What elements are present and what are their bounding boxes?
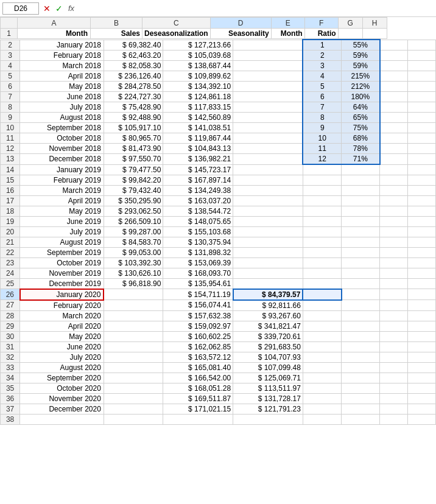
cell-F14[interactable]: [342, 164, 380, 175]
cell-C5[interactable]: $ 109,899.62: [163, 71, 233, 82]
cell-A20[interactable]: July 2019: [20, 226, 104, 237]
cell-F31[interactable]: [342, 341, 380, 352]
cell-D24[interactable]: [233, 268, 303, 278]
cell-A23[interactable]: October 2019: [20, 257, 104, 268]
cell-D18[interactable]: [233, 206, 303, 216]
col-header-B[interactable]: B: [91, 18, 142, 29]
cell-F37[interactable]: [342, 404, 380, 414]
row-header-2[interactable]: 2: [1, 40, 20, 51]
cell-H9[interactable]: [408, 113, 436, 123]
cell-B32[interactable]: [104, 352, 163, 362]
cell-G37[interactable]: [380, 404, 408, 414]
cell-H8[interactable]: [408, 102, 436, 113]
cell-C37[interactable]: $ 171,021.15: [163, 404, 233, 414]
cell-E29[interactable]: [303, 321, 341, 331]
cell-D9[interactable]: [233, 113, 303, 123]
cell-D21[interactable]: [233, 237, 303, 247]
cell-A37[interactable]: December 2020: [20, 404, 104, 414]
cell-G18[interactable]: [380, 206, 408, 216]
row-header-8[interactable]: 8: [1, 102, 20, 113]
row-header-33[interactable]: 33: [1, 362, 20, 373]
cell-A34[interactable]: September 2020: [20, 373, 104, 383]
cell-A19[interactable]: June 2019: [20, 216, 104, 226]
cell-H37[interactable]: [408, 404, 436, 414]
cell-G26[interactable]: [380, 289, 408, 300]
row-header-5[interactable]: 5: [1, 71, 20, 82]
col-header-E[interactable]: E: [271, 18, 304, 29]
cell-D4[interactable]: [233, 61, 303, 71]
cell-E9[interactable]: 8: [303, 113, 341, 123]
cell-D29[interactable]: $ 341,821.47: [233, 321, 303, 331]
cell-H27[interactable]: [408, 300, 436, 311]
cell-A26[interactable]: January 2020: [20, 289, 104, 300]
cell-G11[interactable]: [380, 133, 408, 144]
cell-H34[interactable]: [408, 373, 436, 383]
cell-B24[interactable]: $ 130,626.10: [104, 268, 163, 278]
cell-G38[interactable]: [380, 414, 408, 424]
cell-G4[interactable]: [380, 61, 408, 71]
cell-B22[interactable]: $ 99,053.00: [104, 247, 163, 257]
row-header-23[interactable]: 23: [1, 257, 20, 268]
cell-B18[interactable]: $ 293,062.50: [104, 206, 163, 216]
cell-G5[interactable]: [380, 71, 408, 82]
cell-A11[interactable]: October 2018: [20, 133, 104, 144]
cell-G31[interactable]: [380, 341, 408, 352]
cell-G2[interactable]: [380, 40, 408, 51]
cell-H22[interactable]: [408, 247, 436, 257]
cell-D22[interactable]: [233, 247, 303, 257]
cell-F22[interactable]: [342, 247, 380, 257]
cell-D23[interactable]: [233, 257, 303, 268]
cell-C2[interactable]: $ 127,213.66: [163, 40, 233, 51]
cell-D26[interactable]: $ 84,379.57: [233, 289, 303, 300]
cell-E35[interactable]: [303, 383, 341, 393]
cell-C27[interactable]: $ 156,074.41: [163, 300, 233, 311]
cell-E21[interactable]: [303, 237, 341, 247]
col-header-D[interactable]: D: [210, 18, 271, 29]
cell-B27[interactable]: [104, 300, 163, 311]
cell-A3[interactable]: February 2018: [20, 51, 104, 61]
cell-A1[interactable]: Month: [18, 29, 91, 39]
cell-G35[interactable]: [380, 383, 408, 393]
cell-C14[interactable]: $ 145,723.17: [163, 164, 233, 175]
cell-C21[interactable]: $ 130,375.94: [163, 237, 233, 247]
cell-F24[interactable]: [342, 268, 380, 278]
row-header-4[interactable]: 4: [1, 61, 20, 71]
cell-F17[interactable]: [342, 195, 380, 206]
row-header-3[interactable]: 3: [1, 51, 20, 61]
cell-H25[interactable]: [408, 278, 436, 289]
cell-B31[interactable]: [104, 341, 163, 352]
cell-A32[interactable]: July 2020: [20, 352, 104, 362]
cell-F13[interactable]: 71%: [342, 154, 380, 165]
cell-A4[interactable]: March 2018: [20, 61, 104, 71]
cell-E8[interactable]: 7: [303, 102, 341, 113]
cell-A7[interactable]: June 2018: [20, 92, 104, 102]
row-header-15[interactable]: 15: [1, 175, 20, 185]
cell-E11[interactable]: 10: [303, 133, 341, 144]
cell-C23[interactable]: $ 153,069.39: [163, 257, 233, 268]
cell-A22[interactable]: September 2019: [20, 247, 104, 257]
cell-D8[interactable]: [233, 102, 303, 113]
cell-A24[interactable]: November 2019: [20, 268, 104, 278]
row-header-25[interactable]: 25: [1, 278, 20, 289]
cell-A15[interactable]: February 2019: [20, 175, 104, 185]
cell-H3[interactable]: [408, 51, 436, 61]
cell-D37[interactable]: $ 121,791.23: [233, 404, 303, 414]
row-header-9[interactable]: 9: [1, 113, 20, 123]
cell-B3[interactable]: $ 62,463.20: [104, 51, 163, 61]
cell-A17[interactable]: April 2019: [20, 195, 104, 206]
cell-H29[interactable]: [408, 321, 436, 331]
cell-A8[interactable]: July 2018: [20, 102, 104, 113]
cell-H35[interactable]: [408, 383, 436, 393]
cell-B17[interactable]: $ 350,295.90: [104, 195, 163, 206]
cell-H2[interactable]: [408, 40, 436, 51]
cell-B10[interactable]: $ 105,917.10: [104, 123, 163, 133]
cell-D15[interactable]: [233, 175, 303, 185]
cell-E3[interactable]: 2: [303, 51, 341, 61]
cell-C22[interactable]: $ 131,898.32: [163, 247, 233, 257]
cell-G15[interactable]: [380, 175, 408, 185]
cell-H18[interactable]: [408, 206, 436, 216]
cell-A38[interactable]: [20, 414, 104, 424]
cell-B15[interactable]: $ 99,842.20: [104, 175, 163, 185]
cell-B28[interactable]: [104, 310, 163, 321]
cell-C7[interactable]: $ 124,861.18: [163, 92, 233, 102]
